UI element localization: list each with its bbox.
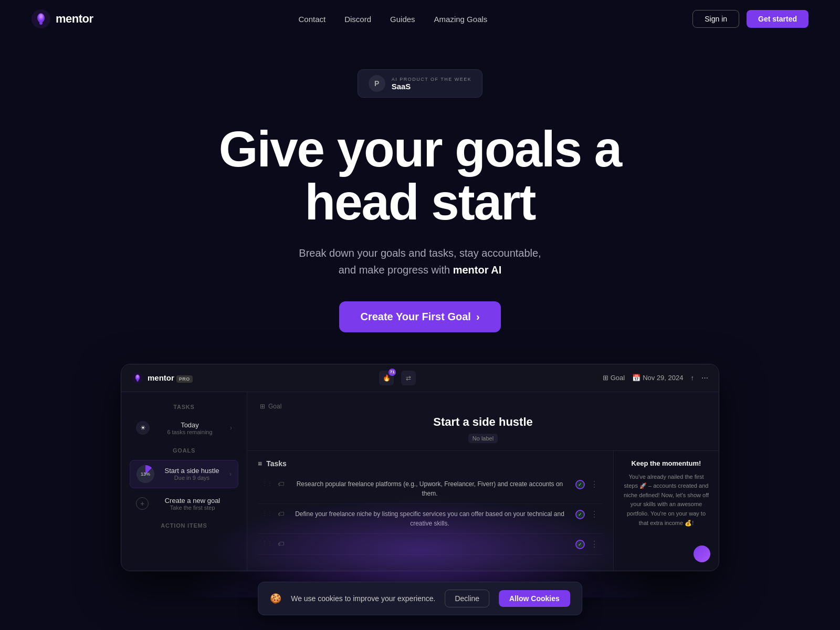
more-icon[interactable]: ⋯ [701,374,708,382]
goal-icon: ⊞ [603,374,608,382]
mentor-logo-icon [32,9,50,28]
app-frame: mentor PRO 🔥 71 ⇄ ⊞ Goal 📅 [121,364,719,571]
navbar: mentor Contact Discord Guides Amazing Go… [0,0,840,38]
ai-avatar [694,545,710,562]
nav-contact[interactable]: Contact [299,15,326,24]
goal-progress-text: 13% [141,471,150,477]
app-logo-area: mentor PRO [132,372,193,384]
nav-actions: Sign in Get started [692,10,808,28]
ai-panel-title: Keep the momentum! [622,459,710,467]
task-text-1: Research popular freelance platforms (e.… [289,479,570,498]
goal-section-label: ⊞ Goal [603,374,625,382]
app-pro-badge: PRO [176,375,193,383]
app-main: ⊞ Goal Start a side hustle No label ≡ Ta… [247,392,719,571]
logo[interactable]: mentor [32,9,93,28]
task-text-2: Define your freelance niche by listing s… [289,509,570,528]
sun-icon: ☀ [136,421,150,435]
calendar-icon: 📅 [632,374,640,382]
logo-text: mentor [56,12,93,26]
task-check-1[interactable]: ✓ [575,480,585,489]
fire-icon-btn[interactable]: 🔥 71 [379,371,394,385]
tasks-list-icon: ≡ [258,459,262,468]
goal-progress-circle: 13% [136,465,154,483]
sidebar-goal-info: Start a side hustle Due in 9 days [160,467,224,481]
task-row-1: ⋮⋮ 🏷 Research popular freelance platform… [258,474,603,504]
add-goal-btn[interactable]: + Create a new goal Take the first step [130,492,238,515]
nav-guides[interactable]: Guides [390,15,415,24]
sidebar-today[interactable]: ☀ Today 6 tasks remaining › [130,416,238,440]
sidebar-goals-label: Goals [130,447,238,454]
add-goal-sub: Take the first step [153,505,232,511]
sidebar-goal-title: Start a side hustle [160,467,224,475]
hero-heading-line1: Give your goals a [219,121,621,177]
badge-label: AI PRODUCT OF THE WEEK [392,77,472,82]
breadcrumb-text: Goal [268,403,281,410]
nav-links: Contact Discord Guides Amazing Goals [299,15,488,24]
goal-header: ⊞ Goal Start a side hustle No label [247,392,719,451]
sidebar-today-title: Today [155,421,225,429]
task-row-2: ⋮⋮ 🏷 Define your freelance niche by list… [258,504,603,534]
chevron-right-icon: › [230,424,232,432]
badge-title: SaaS [392,82,411,91]
hero-heading: Give your goals a head start [219,123,621,229]
drag-icon-2: ⋮⋮ [262,510,272,516]
tag-icon-2: 🏷 [278,510,284,518]
app-body: Tasks ☀ Today 6 tasks remaining › Goals … [121,392,719,571]
cookie-banner: 🍪 We use cookies to improve your experie… [258,582,582,615]
tasks-header: ≡ Tasks [258,459,603,468]
product-badge: P AI PRODUCT OF THE WEEK SaaS [358,69,483,98]
sidebar-goal-sub: Due in 9 days [160,475,224,481]
share-icon[interactable]: ↑ [690,374,694,382]
sidebar-tasks-label: Tasks [130,404,238,410]
plus-icon: + [136,497,149,510]
hero-sub-line2-prefix: and make progress with [339,264,453,276]
task-check-3[interactable]: ✓ [575,540,585,549]
tasks-panel: ≡ Tasks ⋮⋮ 🏷 Research popular freelance … [247,451,614,571]
app-titlebar-right: ⊞ Goal 📅 Nov 29, 2024 ↑ ⋯ [603,374,708,382]
svg-point-4 [39,22,43,25]
hero-subtext: Break down your goals and tasks, stay ac… [299,245,541,278]
app-titlebar: mentor PRO 🔥 71 ⇄ ⊞ Goal 📅 [121,364,719,392]
cta-label: Create Your First Goal [360,311,470,323]
app-preview-wrapper: mentor PRO 🔥 71 ⇄ ⊞ Goal 📅 [121,364,719,571]
hero-heading-line2: head start [305,174,536,230]
cta-arrow-icon: › [476,311,480,323]
app-titlebar-icons: 🔥 71 ⇄ [379,371,416,385]
task-check-2[interactable]: ✓ [575,510,585,519]
ai-panel: Keep the momentum! You've already nailed… [614,451,719,571]
badge-text-area: AI PRODUCT OF THE WEEK SaaS [392,77,472,91]
app-content-row: ≡ Tasks ⋮⋮ 🏷 Research popular freelance … [247,451,719,571]
getstarted-button[interactable]: Get started [747,10,808,28]
tag-icon-1: 🏷 [278,480,284,488]
cookie-icon: 🍪 [270,593,281,604]
cta-button[interactable]: Create Your First Goal › [339,301,500,332]
signin-button[interactable]: Sign in [692,10,739,28]
task-more-2[interactable]: ⋮ [590,509,598,519]
sidebar-today-info: Today 6 tasks remaining [155,421,225,435]
svg-point-8 [136,375,139,377]
branch-icon-btn[interactable]: ⇄ [401,371,416,385]
allow-cookies-button[interactable]: Allow Cookies [499,590,570,607]
decline-button[interactable]: Decline [445,590,489,607]
nav-discord[interactable]: Discord [344,15,371,24]
drag-icon-3: ⋮⋮ [262,540,272,546]
ai-panel-text: You've already nailed the first steps 🚀 … [622,472,710,528]
add-goal-title: Create a new goal [153,497,232,505]
drag-icon-1: ⋮⋮ [262,480,272,486]
sidebar-actions-label: Action Items [130,522,238,529]
hero-section: P AI PRODUCT OF THE WEEK SaaS Give your … [0,38,840,597]
sidebar-goal-item[interactable]: 13% Start a side hustle Due in 9 days › [130,460,238,488]
date-label: 📅 Nov 29, 2024 [632,374,683,382]
sidebar-today-sub: 6 tasks remaining [155,429,225,435]
goal-title: Start a side hustle [260,415,706,429]
app-logo-icon [132,372,143,384]
svg-point-9 [136,380,139,382]
points-badge: 71 [388,369,396,376]
hero-brand: mentor AI [453,264,502,276]
task-more-3[interactable]: ⋮ [590,539,598,549]
task-more-1[interactable]: ⋮ [590,479,598,489]
goal-breadcrumb: ⊞ Goal [260,403,706,410]
svg-point-3 [39,14,43,18]
add-goal-info: Create a new goal Take the first step [153,497,232,511]
nav-amazing-goals[interactable]: Amazing Goals [434,15,488,24]
